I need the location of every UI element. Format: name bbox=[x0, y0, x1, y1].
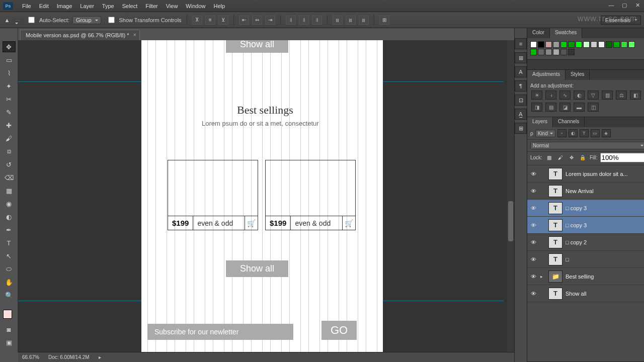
adj-bw-icon[interactable]: ◧ bbox=[630, 90, 641, 100]
menu-filter[interactable]: Filter bbox=[141, 3, 162, 9]
history-brush-tool[interactable]: ↺ bbox=[3, 159, 16, 170]
canvas-area[interactable]: Show all Best sellings Lorem psum do or … bbox=[18, 40, 514, 352]
artboard[interactable]: Show all Best sellings Lorem psum do or … bbox=[141, 40, 383, 352]
adj-selectivecolor-icon[interactable]: ◫ bbox=[588, 103, 599, 112]
dodge-tool[interactable]: ◐ bbox=[3, 211, 16, 222]
layer-row[interactable]: 👁T□ copy 3 bbox=[527, 200, 644, 217]
color-swatches[interactable] bbox=[5, 307, 14, 322]
tab-channels[interactable]: Channels bbox=[553, 117, 585, 127]
brush-tool[interactable]: 🖌 bbox=[3, 133, 16, 144]
menu-window[interactable]: Window bbox=[182, 3, 209, 9]
lock-all-icon[interactable]: 🔒 bbox=[579, 154, 587, 161]
dock-history-icon[interactable]: ≡ bbox=[515, 38, 527, 49]
dock-clone-icon[interactable]: A̲ bbox=[515, 109, 527, 120]
layer-row[interactable]: 👁TNew Arrival bbox=[527, 183, 644, 200]
layers-list[interactable]: 👁TLorem ipsum dolor sit a...👁TNew Arriva… bbox=[527, 165, 644, 302]
lasso-tool[interactable]: ⌇ bbox=[3, 67, 16, 78]
gradient-tool[interactable]: ▦ bbox=[3, 185, 16, 196]
stamp-tool[interactable]: ⧈ bbox=[3, 146, 16, 157]
zoom-level[interactable]: 66.67% bbox=[22, 354, 39, 360]
filter-adjust-icon[interactable]: ◐ bbox=[569, 129, 578, 137]
filter-smart-icon[interactable]: ◈ bbox=[602, 129, 611, 137]
showall-top-button[interactable]: Show all bbox=[226, 40, 288, 53]
marquee-tool[interactable]: ▭ bbox=[3, 54, 16, 65]
adj-vibrance-icon[interactable]: ▽ bbox=[588, 90, 599, 100]
minimize-button[interactable]: — bbox=[605, 0, 618, 10]
distribute-top-icon[interactable]: ⫴ bbox=[286, 16, 296, 25]
shape-tool[interactable]: ⬭ bbox=[3, 263, 16, 275]
move-tool[interactable]: ✥ bbox=[3, 41, 16, 52]
path-tool[interactable]: ↖ bbox=[3, 250, 16, 261]
filter-shape-icon[interactable]: ▭ bbox=[591, 129, 600, 137]
wand-tool[interactable]: ✦ bbox=[3, 80, 16, 92]
layer-name[interactable]: Lorem ipsum dolor sit a... bbox=[566, 171, 644, 177]
layer-row[interactable]: 👁TLorem ipsum dolor sit a... bbox=[527, 165, 644, 183]
align-top-icon[interactable]: ⊼ bbox=[192, 16, 202, 25]
layer-row[interactable]: 👁TShow all bbox=[527, 285, 644, 302]
dock-character-icon[interactable]: A bbox=[515, 66, 527, 77]
dock-actions-icon[interactable]: ⊞ bbox=[515, 52, 527, 63]
filter-pixel-icon[interactable]: ▫ bbox=[557, 129, 567, 137]
show-transform-checkbox[interactable] bbox=[108, 17, 115, 23]
showall-button[interactable]: Show all bbox=[226, 260, 288, 277]
layer-row[interactable]: 👁T□ copy 2 bbox=[527, 234, 644, 251]
visibility-icon[interactable]: 👁 bbox=[529, 188, 537, 194]
visibility-icon[interactable]: 👁 bbox=[529, 291, 537, 297]
layer-row[interactable]: 👁T□ bbox=[527, 251, 644, 268]
adj-brightness-icon[interactable]: ☀ bbox=[531, 90, 542, 100]
fill-input[interactable] bbox=[600, 153, 644, 162]
menu-view[interactable]: View bbox=[162, 3, 182, 9]
menu-help[interactable]: Help bbox=[209, 3, 229, 9]
layer-name[interactable]: New Arrival bbox=[566, 188, 644, 194]
layer-name[interactable]: □ copy 3 bbox=[566, 222, 644, 228]
distribute-hcenter-icon[interactable]: ⫼ bbox=[346, 16, 356, 25]
dock-brush-icon[interactable]: ⊡ bbox=[515, 95, 527, 106]
expand-icon[interactable]: ▸ bbox=[540, 274, 545, 279]
layer-name[interactable]: Show all bbox=[566, 291, 644, 297]
auto-select-target-dropdown[interactable]: Group bbox=[72, 16, 101, 24]
visibility-icon[interactable]: 👁 bbox=[529, 205, 537, 211]
layer-name[interactable]: Best selling bbox=[566, 274, 644, 280]
lock-pixels-icon[interactable]: 🖌 bbox=[556, 154, 565, 161]
blend-mode-dropdown[interactable]: Normal bbox=[530, 142, 644, 149]
menu-select[interactable]: Select bbox=[118, 3, 142, 9]
type-tool[interactable]: T bbox=[3, 237, 16, 248]
tab-color[interactable]: Color bbox=[527, 28, 550, 38]
align-vcenter-icon[interactable]: ≡ bbox=[205, 16, 215, 25]
status-arrow-icon[interactable]: ▸ bbox=[99, 354, 101, 360]
cart-icon[interactable]: 🛒 bbox=[342, 216, 355, 230]
close-button[interactable]: ✕ bbox=[631, 0, 644, 10]
eyedropper-tool[interactable]: ✎ bbox=[3, 107, 16, 118]
adj-threshold-icon[interactable]: ◪ bbox=[559, 103, 571, 112]
lock-position-icon[interactable]: ✥ bbox=[568, 154, 576, 161]
hand-tool[interactable]: ✋ bbox=[3, 277, 16, 288]
cart-icon[interactable]: 🛒 bbox=[245, 216, 258, 230]
align-bottom-icon[interactable]: ⊻ bbox=[218, 16, 228, 25]
adj-invert-icon[interactable]: ◨ bbox=[531, 103, 542, 112]
document-tab[interactable]: Mobile version as.psd @ 66.7% (RGB/8) * … bbox=[20, 30, 140, 40]
lock-transparency-icon[interactable]: ▩ bbox=[545, 154, 553, 161]
layer-name[interactable]: □ copy 2 bbox=[566, 239, 644, 245]
adj-colorbalance-icon[interactable]: ⚖ bbox=[616, 90, 627, 100]
layer-filter-kind-dropdown[interactable]: Kind bbox=[535, 130, 555, 137]
menu-edit[interactable]: Edit bbox=[35, 3, 53, 9]
layer-name[interactable]: □ bbox=[566, 256, 644, 262]
distribute-left-icon[interactable]: ⫼ bbox=[333, 16, 343, 25]
menu-layer[interactable]: Layer bbox=[76, 3, 98, 9]
menu-image[interactable]: Image bbox=[53, 3, 76, 9]
distribute-right-icon[interactable]: ⫼ bbox=[359, 16, 369, 25]
visibility-icon[interactable]: 👁 bbox=[529, 222, 537, 228]
align-hcenter-icon[interactable]: ⇔ bbox=[252, 16, 262, 25]
foreground-swatch[interactable] bbox=[3, 310, 12, 319]
canvas-vertical-scrollbar[interactable] bbox=[507, 40, 514, 352]
maximize-button[interactable]: ▢ bbox=[618, 0, 631, 10]
auto-align-icon[interactable]: ⊞ bbox=[379, 16, 389, 25]
tool-preset-dropdown[interactable] bbox=[14, 19, 21, 21]
visibility-icon[interactable]: 👁 bbox=[529, 239, 537, 245]
go-button[interactable]: GO bbox=[321, 321, 357, 340]
layer-row[interactable]: 👁▸📁Best selling bbox=[527, 268, 644, 285]
menu-type[interactable]: Type bbox=[98, 3, 118, 9]
distribute-vcenter-icon[interactable]: ⫴ bbox=[299, 16, 309, 25]
adj-curves-icon[interactable]: ∿ bbox=[559, 90, 571, 100]
adj-exposure-icon[interactable]: ◐ bbox=[574, 90, 585, 100]
